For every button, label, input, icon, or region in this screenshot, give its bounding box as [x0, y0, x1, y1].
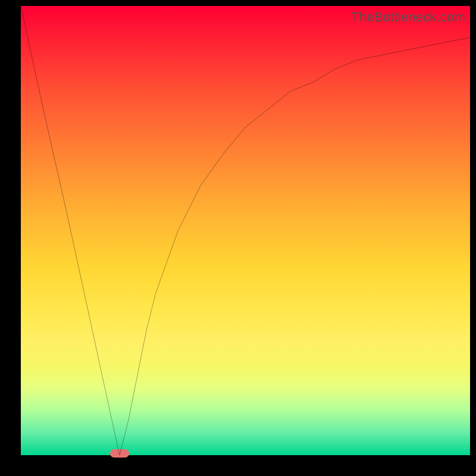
watermark-text: TheBottleneck.com — [351, 10, 465, 25]
curve-path — [21, 6, 470, 455]
bottleneck-curve — [21, 6, 470, 455]
chart-frame: TheBottleneck.com — [0, 0, 476, 476]
plot-area: TheBottleneck.com — [21, 6, 470, 455]
